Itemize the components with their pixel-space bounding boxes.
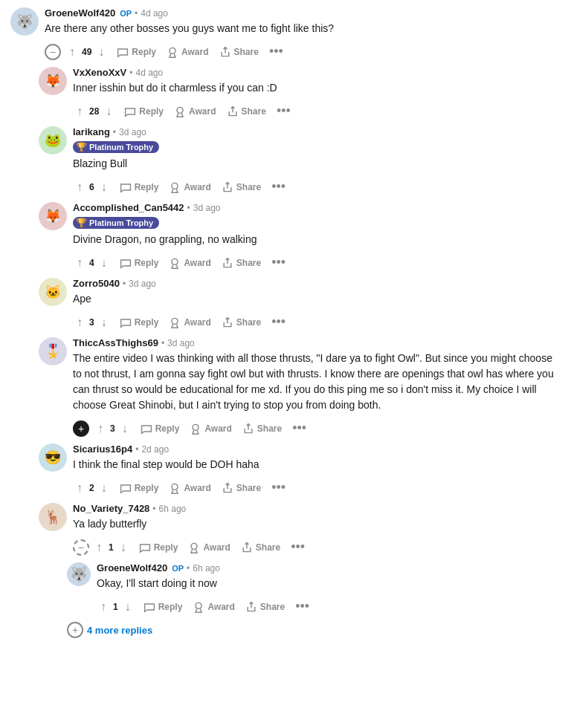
action-row: ↑ 2 ↓ Reply Award Share ••• (73, 477, 561, 498)
comment-text: Divine Dragon, no grappling, no walking (73, 232, 561, 247)
downvote-button[interactable]: ↓ (97, 313, 111, 332)
downvote-button[interactable]: ↓ (118, 419, 132, 438)
dotted-circle-button[interactable]: − (73, 539, 89, 556)
collapse-button[interactable]: + (73, 420, 89, 437)
vote-count: 28 (88, 106, 100, 117)
reply-button[interactable]: Reply (115, 178, 164, 196)
downvote-button[interactable]: ↓ (102, 102, 115, 121)
more-options-button[interactable]: ••• (291, 596, 314, 617)
upvote-button[interactable]: ↑ (73, 253, 86, 273)
username: ThiccAssThighs69 (73, 337, 158, 348)
more-options-button[interactable]: ••• (265, 41, 288, 62)
comment-text: Blazing Bull (73, 156, 561, 172)
share-button[interactable]: Share (217, 313, 265, 331)
vote-group: ↑ 4 ↓ (73, 253, 111, 273)
vote-count: 2 (88, 483, 96, 493)
share-button[interactable]: Share (241, 598, 289, 616)
username: Zorro5040 (73, 278, 120, 289)
trophy-icon: 🏆 (76, 218, 87, 228)
upvote-button[interactable]: ↑ (73, 478, 86, 498)
comment-thread: 🐺 GroeneWolf420 OP • 4d ago Are there an… (0, 0, 571, 651)
vote-count: 3 (88, 317, 96, 328)
downvote-button[interactable]: ↓ (121, 597, 135, 617)
downvote-button[interactable]: ↓ (94, 42, 108, 62)
award-button[interactable]: Award (162, 43, 213, 61)
award-button[interactable]: Award (164, 479, 215, 497)
comment-text: Ya lady butterfly (73, 516, 561, 532)
more-options-button[interactable]: ••• (286, 536, 309, 558)
reply-button[interactable]: Reply (120, 103, 168, 120)
more-options-button[interactable]: ••• (272, 100, 295, 122)
downvote-button[interactable]: ↓ (97, 178, 111, 197)
action-row: − ↑ 1 ↓ Reply Award Share • (73, 536, 561, 558)
more-options-button[interactable]: ••• (267, 252, 290, 273)
vote-group: ↑ 1 ↓ (97, 597, 135, 617)
upvote-button[interactable]: ↑ (97, 597, 110, 617)
share-button[interactable]: Share (236, 539, 285, 556)
award-button[interactable]: Award (164, 254, 215, 272)
comment-text: Are there any other bosses you guys want… (45, 21, 561, 36)
timestamp: 3d ago (129, 279, 156, 289)
vote-count: 3 (109, 423, 117, 434)
award-button[interactable]: Award (184, 539, 234, 556)
vote-group: ↑ 6 ↓ (73, 178, 111, 197)
upvote-button[interactable]: ↑ (73, 102, 86, 121)
share-button[interactable]: Share (217, 479, 265, 497)
award-button[interactable]: Award (170, 103, 220, 120)
action-row: − ↑ 49 ↓ Reply Award Share (45, 41, 561, 62)
avatar: 🐸 (39, 126, 67, 155)
more-replies-button[interactable]: + 4 more replies (67, 622, 561, 638)
timestamp: 3d ago (193, 203, 221, 213)
reply-button[interactable]: Reply (135, 539, 183, 556)
timestamp: • (187, 563, 190, 573)
timestamp: 6h ago (193, 563, 220, 573)
comment-text: Inner isshin but do it charmless if you … (73, 80, 561, 96)
reply-button[interactable]: Reply (139, 598, 187, 616)
avatar: 🦊 (39, 67, 67, 95)
reply-button[interactable]: Reply (115, 313, 164, 331)
reply-button[interactable]: Reply (112, 43, 161, 61)
collapse-button[interactable]: − (45, 44, 61, 60)
share-button[interactable]: Share (217, 178, 265, 196)
timestamp: 3d ago (167, 338, 195, 348)
timestamp: • (113, 127, 116, 137)
reply-button[interactable]: Reply (115, 254, 164, 272)
award-button[interactable]: Award (185, 420, 236, 438)
more-options-button[interactable]: ••• (288, 417, 311, 439)
timestamp: 3d ago (119, 127, 146, 137)
upvote-button[interactable]: ↑ (73, 313, 86, 332)
downvote-button[interactable]: ↓ (117, 538, 130, 557)
op-badge: OP (172, 564, 184, 573)
comment-body: larikang • 3d ago 🏆 Platinum Trophy Blaz… (73, 126, 561, 198)
share-button[interactable]: Share (238, 420, 286, 438)
svg-point-1 (177, 107, 183, 113)
comment-4: 🐱 Zorro5040 • 3d ago Ape ↑ 3 ↓ Reply (39, 278, 561, 333)
upvote-button[interactable]: ↑ (94, 419, 107, 438)
svg-point-0 (170, 48, 175, 53)
reply-button[interactable]: Reply (136, 420, 184, 438)
svg-point-4 (172, 318, 178, 324)
more-options-button[interactable]: ••• (267, 311, 290, 333)
expand-replies-icon[interactable]: + (67, 622, 83, 638)
upvote-button[interactable]: ↑ (65, 42, 79, 62)
share-button[interactable]: Share (217, 254, 265, 272)
downvote-button[interactable]: ↓ (97, 478, 111, 498)
upvote-button[interactable]: ↑ (73, 178, 86, 197)
comment-7: 🦌 No_Variety_7428 • 6h ago Ya lady butte… (39, 503, 561, 558)
vote-count: 6 (88, 182, 96, 192)
share-button[interactable]: Share (215, 43, 263, 61)
comment-2: 🐸 larikang • 3d ago 🏆 Platinum Trophy Bl… (39, 126, 561, 198)
comment-op: 🐺 GroeneWolf420 OP • 4d ago Are there an… (10, 7, 561, 62)
reply-button[interactable]: Reply (115, 479, 164, 497)
award-button[interactable]: Award (188, 598, 239, 616)
award-button[interactable]: Award (164, 178, 215, 196)
downvote-button[interactable]: ↓ (97, 253, 111, 273)
upvote-button[interactable]: ↑ (92, 538, 106, 557)
avatar: 🎖️ (39, 337, 67, 365)
more-options-button[interactable]: ••• (267, 176, 290, 198)
avatar: 🐱 (39, 278, 67, 306)
more-options-button[interactable]: ••• (267, 477, 290, 498)
share-button[interactable]: Share (222, 103, 271, 120)
award-button[interactable]: Award (164, 313, 215, 331)
comment-3: 🦊 Accomplished_Can5442 • 3d ago 🏆 Platin… (39, 202, 561, 273)
